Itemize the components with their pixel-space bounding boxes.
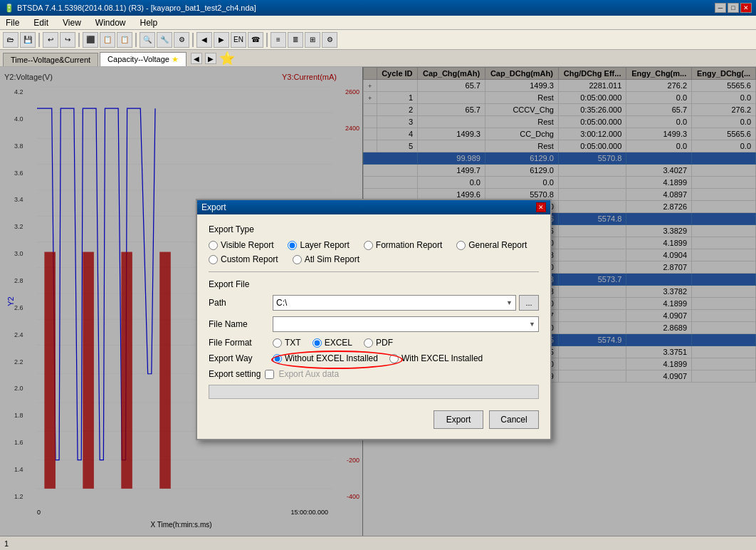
toolbar-btn-7[interactable]: 📋 — [117, 32, 132, 48]
menu-help[interactable]: Help — [137, 16, 161, 29]
format-row: File Format TXT EXCEL PDF — [209, 338, 539, 348]
export-dialog: Export ✕ Export Type Visible Report Laye… — [196, 199, 552, 440]
toolbar-btn-11[interactable]: ◀ — [196, 32, 212, 48]
close-button[interactable]: ✕ — [740, 3, 752, 13]
title-bar: 🔋 BTSDA 7.4.1.5398(2014.08.11) (R3) - [k… — [0, 0, 756, 16]
radio-custom[interactable]: Custom Report — [209, 254, 278, 264]
status-text: 1 — [4, 539, 9, 548]
toolbar-btn-15[interactable]: ≡ — [271, 32, 286, 48]
tab-capacity-voltage[interactable]: Capacity--Voltage ★ — [100, 52, 187, 66]
toolbar-sep-1 — [38, 33, 40, 47]
tab-bar: Time--Voltage&Current Capacity--Voltage … — [0, 50, 756, 67]
cancel-button[interactable]: Cancel — [489, 410, 539, 429]
export-button[interactable]: Export — [434, 410, 483, 429]
filename-combo[interactable]: ▼ — [273, 316, 539, 332]
minimize-button[interactable]: ─ — [715, 3, 726, 13]
toolbar-btn-9[interactable]: 🔧 — [157, 32, 172, 48]
toolbar-btn-16[interactable]: ≣ — [288, 32, 303, 48]
dialog-title: Export — [201, 202, 226, 212]
toolbar-sep-4 — [192, 33, 194, 47]
tab-time-voltage[interactable]: Time--Voltage&Current — [3, 53, 98, 66]
status-bar: 1 — [0, 536, 756, 550]
radio-formation[interactable]: Formation Report — [364, 240, 442, 250]
menu-file[interactable]: File — [3, 16, 22, 29]
export-file-label: Export File — [209, 279, 539, 289]
export-type-label: Export Type — [209, 224, 539, 234]
dialog-title-bar: Export ✕ — [197, 200, 550, 214]
toolbar-btn-5[interactable]: ⬛ — [83, 32, 98, 48]
toolbar-btn-4[interactable]: ↪ — [60, 32, 75, 48]
toolbar-sep-3 — [135, 33, 137, 47]
export-way-row: Export Way Without EXCEL Installed With … — [209, 353, 539, 363]
dialog-footer: Export Cancel — [209, 408, 539, 429]
toolbar-btn-13[interactable]: EN — [231, 32, 246, 48]
tab-star: ★ — [172, 55, 179, 63]
toolbar-btn-17[interactable]: ⊞ — [305, 32, 320, 48]
radio-visible[interactable]: Visible Report — [209, 240, 273, 250]
toolbar-sep-2 — [78, 33, 80, 47]
menu-edit[interactable]: Edit — [31, 16, 51, 29]
tab-nav-prev[interactable]: ◀ — [191, 53, 202, 64]
menu-bar: File Edit View Window Help — [0, 16, 756, 30]
aux-data-checkbox[interactable] — [265, 370, 274, 379]
toolbar-btn-10[interactable]: ⚙ — [174, 32, 189, 48]
format-label: File Format — [209, 338, 273, 348]
tab-bookmark[interactable]: ⭐ — [219, 51, 235, 66]
restore-button[interactable]: □ — [728, 3, 739, 13]
toolbar: 🗁 💾 ↩ ↪ ⬛ 📋 📋 🔍 🔧 ⚙ ◀ ▶ EN ☎ ≡ ≣ ⊞ ⚙ — [0, 30, 756, 50]
radio-with-excel[interactable]: With EXCEL Installed — [389, 353, 483, 363]
tab-nav-next[interactable]: ▶ — [205, 53, 216, 64]
path-label: Path — [209, 298, 273, 308]
path-input[interactable]: C:\ ▼ — [273, 295, 516, 311]
toolbar-btn-12[interactable]: ▶ — [214, 32, 229, 48]
toolbar-btn-6[interactable]: 📋 — [100, 32, 115, 48]
radio-txt[interactable]: TXT — [273, 338, 301, 348]
menu-view[interactable]: View — [60, 16, 84, 29]
aux-data-label: Export Aux data — [278, 369, 339, 379]
export-setting-row: Export setting Export Aux data — [209, 369, 539, 379]
filename-label: File Name — [209, 319, 273, 329]
toolbar-btn-14[interactable]: ☎ — [248, 32, 263, 48]
toolbar-btn-8[interactable]: 🔍 — [140, 32, 155, 48]
toolbar-btn-1[interactable]: 🗁 — [3, 32, 19, 48]
browse-button[interactable]: ... — [519, 295, 539, 311]
path-row: Path C:\ ▼ ... — [209, 295, 539, 311]
dialog-close-button[interactable]: ✕ — [536, 202, 546, 212]
radio-atlsim[interactable]: Atl Sim Report — [293, 254, 359, 264]
app-icon: 🔋 — [4, 4, 14, 13]
window-title: BTSDA 7.4.1.5398(2014.08.11) (R3) - [kay… — [17, 4, 256, 12]
radio-general[interactable]: General Report — [456, 240, 527, 250]
menu-window[interactable]: Window — [93, 16, 129, 29]
filename-row: File Name ▼ — [209, 316, 539, 332]
radio-excel-format[interactable]: EXCEL — [313, 338, 352, 348]
export-progress-bar — [209, 385, 539, 399]
radio-pdf[interactable]: PDF — [364, 338, 393, 348]
toolbar-btn-18[interactable]: ⚙ — [322, 32, 337, 48]
export-way-label: Export Way — [209, 353, 273, 363]
toolbar-btn-2[interactable]: 💾 — [20, 32, 36, 48]
export-type-group: Visible Report Layer Report Formation Re… — [209, 240, 539, 264]
export-setting-label: Export setting — [209, 369, 261, 379]
separator-1 — [209, 271, 539, 272]
radio-without-excel[interactable]: Without EXCEL Installed — [273, 353, 378, 363]
toolbar-btn-3[interactable]: ↩ — [43, 32, 58, 48]
radio-layer[interactable]: Layer Report — [288, 240, 349, 250]
toolbar-sep-5 — [266, 33, 268, 47]
